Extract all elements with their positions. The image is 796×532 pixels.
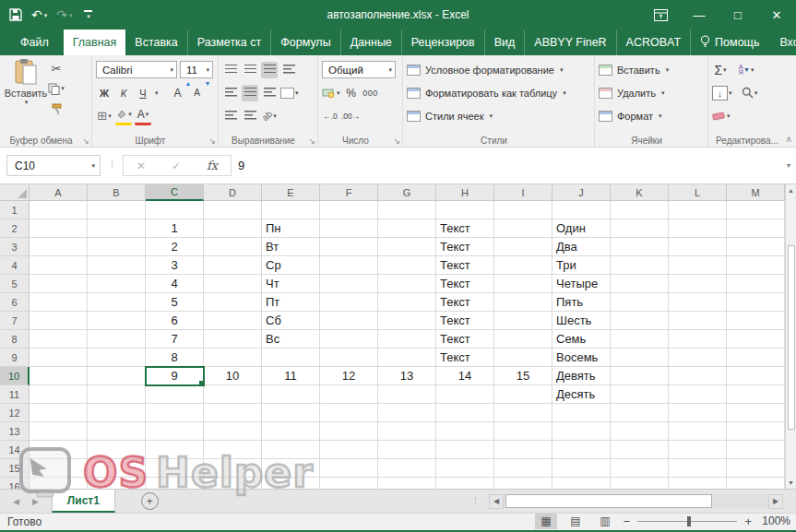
zoom-level[interactable]: 100% <box>759 514 790 527</box>
cell-H15[interactable] <box>436 459 494 478</box>
cell-I11[interactable] <box>494 385 552 404</box>
cell-K1[interactable] <box>611 201 669 219</box>
cell-C7[interactable]: 6 <box>146 312 204 330</box>
cell-B7[interactable] <box>88 312 146 330</box>
cell-K16[interactable] <box>611 478 669 489</box>
cell-F8[interactable] <box>320 330 378 349</box>
cell-E2[interactable]: Пн <box>262 219 320 238</box>
cell-A14[interactable] <box>30 441 88 459</box>
cell-C3[interactable]: 2 <box>146 238 204 256</box>
cell-I13[interactable] <box>494 422 552 441</box>
cell-I12[interactable] <box>494 404 552 422</box>
cell-A6[interactable] <box>30 293 88 312</box>
hscroll-divider[interactable]: ⁞ <box>474 496 477 506</box>
scroll-right-icon[interactable]: ▶ <box>768 494 783 509</box>
vertical-scrollbar[interactable]: ▲ ▼ <box>785 184 796 489</box>
cell-B10[interactable] <box>88 367 146 385</box>
cell-B1[interactable] <box>88 201 146 219</box>
font-color-button[interactable]: А▾ <box>135 106 151 125</box>
cell-I14[interactable] <box>494 441 552 459</box>
tab-5[interactable]: Рецензиров <box>402 30 485 55</box>
cell-B16[interactable] <box>88 478 146 489</box>
cell-F7[interactable] <box>320 312 378 330</box>
cell-A9[interactable] <box>30 349 88 367</box>
cell-F15[interactable] <box>320 459 378 478</box>
cell-F2[interactable] <box>320 219 378 238</box>
clear-button[interactable]: ▾ <box>712 108 731 124</box>
cell-A16[interactable] <box>30 478 88 489</box>
align-middle-button[interactable] <box>242 62 258 78</box>
cells-item-2[interactable]: Формат▾ <box>599 104 704 127</box>
cell-F12[interactable] <box>320 404 378 422</box>
cell-G1[interactable] <box>378 201 436 219</box>
cell-C6[interactable]: 5 <box>146 293 204 312</box>
cell-H11[interactable] <box>436 385 494 404</box>
name-box-dropdown-icon[interactable]: ▾ <box>91 162 95 170</box>
cell-A11[interactable] <box>30 385 88 404</box>
add-sheet-button[interactable]: + <box>141 492 159 510</box>
cell-K9[interactable] <box>611 349 669 367</box>
bold-button[interactable]: Ж <box>96 85 113 101</box>
cell-M10[interactable] <box>727 367 785 385</box>
cell-F13[interactable] <box>320 422 378 441</box>
cell-E1[interactable] <box>262 201 320 219</box>
decrease-decimal-button[interactable]: .00→ <box>341 108 360 124</box>
cell-I15[interactable] <box>494 459 552 478</box>
column-header-A[interactable]: A <box>30 184 88 201</box>
cell-C13[interactable] <box>146 422 204 441</box>
cell-C11[interactable] <box>146 385 204 404</box>
cell-E14[interactable] <box>262 441 320 459</box>
cell-G2[interactable] <box>378 219 436 238</box>
cell-K3[interactable] <box>611 238 669 256</box>
column-header-J[interactable]: J <box>552 184 611 201</box>
cell-A2[interactable] <box>30 219 88 238</box>
cell-I16[interactable] <box>494 478 552 489</box>
cell-C12[interactable] <box>146 404 204 422</box>
cell-A8[interactable] <box>30 330 88 349</box>
cell-L4[interactable] <box>669 256 727 275</box>
cell-L5[interactable] <box>669 275 727 293</box>
cell-M16[interactable] <box>727 478 785 489</box>
cell-K10[interactable] <box>611 367 669 385</box>
orientation-button[interactable]: ab▾ <box>261 108 278 124</box>
cell-G14[interactable] <box>378 441 436 459</box>
cell-C9[interactable]: 8 <box>146 349 204 367</box>
cell-E4[interactable]: Ср <box>262 256 320 275</box>
cell-C16[interactable] <box>146 478 204 489</box>
cell-D3[interactable] <box>204 238 262 256</box>
cell-F10[interactable]: 12 <box>320 367 378 385</box>
close-button[interactable]: ✕ <box>757 0 796 30</box>
cell-B8[interactable] <box>88 330 146 349</box>
sort-filter-button[interactable]: АЯ▼▾ <box>738 62 754 78</box>
increase-indent-button[interactable] <box>242 108 258 124</box>
cell-E10[interactable]: 11 <box>262 367 320 385</box>
row-header-7[interactable]: 7 <box>0 312 30 330</box>
zoom-out-button[interactable]: − <box>624 514 631 528</box>
align-top-button[interactable] <box>222 62 239 78</box>
cell-B13[interactable] <box>88 422 146 441</box>
clipboard-dialog-launcher[interactable]: ↘ <box>82 136 89 146</box>
cell-G7[interactable] <box>378 312 436 330</box>
cell-M3[interactable] <box>727 238 785 256</box>
column-header-L[interactable]: L <box>669 184 727 201</box>
find-select-button[interactable]: ▾ <box>742 85 758 101</box>
cell-B5[interactable] <box>88 275 146 293</box>
cell-J9[interactable]: Восемь <box>552 349 611 367</box>
cell-A12[interactable] <box>30 404 88 422</box>
tab-3[interactable]: Формулы <box>271 30 340 55</box>
cell-L3[interactable] <box>669 238 727 256</box>
cell-F14[interactable] <box>320 441 378 459</box>
cell-I2[interactable] <box>494 219 552 238</box>
cell-D1[interactable] <box>204 201 262 219</box>
row-header-1[interactable]: 1 <box>0 201 30 219</box>
cell-F9[interactable] <box>320 349 378 367</box>
tab-6[interactable]: Вид <box>485 30 526 55</box>
cell-D4[interactable] <box>204 256 262 275</box>
cell-G9[interactable] <box>378 349 436 367</box>
column-header-M[interactable]: M <box>727 184 785 201</box>
cell-K4[interactable] <box>611 256 669 275</box>
collapse-ribbon-button[interactable]: ˄ <box>786 135 791 145</box>
cell-M12[interactable] <box>727 404 785 422</box>
cell-H16[interactable] <box>436 478 494 489</box>
cell-K5[interactable] <box>611 275 669 293</box>
